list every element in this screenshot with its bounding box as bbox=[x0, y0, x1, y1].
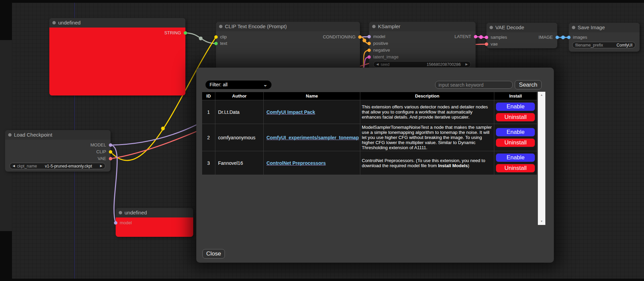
node-title-bar[interactable]: Load Checkpoint bbox=[5, 130, 111, 140]
prev-arrow-icon[interactable]: ◀ bbox=[13, 163, 15, 169]
output-dot-model[interactable] bbox=[109, 143, 112, 147]
uninstall-button[interactable]: Uninstall bbox=[496, 164, 535, 173]
extension-author: comfyanonymous bbox=[215, 124, 264, 151]
extension-id: 1 bbox=[202, 100, 215, 124]
node-clip-text-encode[interactable]: CLIP Text Encode (Prompt) clip text COND… bbox=[216, 22, 360, 73]
column-header-author: Author bbox=[215, 92, 264, 100]
widget-label: ckpt_name bbox=[17, 164, 37, 169]
widget-value: v1-5-pruned-emaonly.ckpt bbox=[39, 164, 98, 169]
extension-actions: EnableUninstall bbox=[494, 151, 537, 175]
node-collapse-dot-icon[interactable] bbox=[219, 25, 222, 28]
node-undefined-top[interactable]: undefined STRING bbox=[49, 18, 185, 95]
node-load-checkpoint[interactable]: Load Checkpoint MODEL CLIP VAE ◀ ckpt_na… bbox=[5, 130, 111, 172]
node-title-bar[interactable]: KSampler bbox=[369, 22, 476, 31]
input-dot-latent-image[interactable] bbox=[367, 55, 371, 59]
search-input[interactable] bbox=[435, 81, 513, 89]
enable-button[interactable]: Enable bbox=[496, 153, 535, 162]
extension-name: ControlNet Preprocessors bbox=[264, 151, 360, 175]
output-dot-latent[interactable] bbox=[474, 35, 477, 38]
output-label: IMAGE bbox=[539, 34, 553, 40]
increment-arrow-icon[interactable]: ▶ bbox=[465, 61, 468, 68]
input-dot-text[interactable] bbox=[214, 42, 218, 45]
wire-dot-latent bbox=[479, 35, 483, 39]
output-dot-conditioning[interactable] bbox=[358, 35, 362, 39]
comfyui-canvas[interactable]: undefined STRING CLIP Text Encode (Promp… bbox=[0, 0, 644, 281]
node-save-image[interactable]: Save Image images filename_prefix ComfyU… bbox=[569, 23, 640, 52]
node-title-bar[interactable]: VAE Decode bbox=[486, 23, 557, 32]
output-label: MODEL bbox=[90, 142, 106, 148]
input-label: negative bbox=[373, 47, 390, 53]
input-label: text bbox=[220, 40, 227, 47]
filter-select-value: Filter: all bbox=[210, 82, 228, 87]
close-button[interactable]: Close bbox=[202, 249, 225, 259]
extension-link[interactable]: ComfyUI_experiments/sampler_tonemap bbox=[266, 135, 359, 140]
input-dot-model[interactable] bbox=[367, 35, 371, 38]
filename-prefix-widget[interactable]: filename_prefix ComfyUI bbox=[572, 42, 635, 48]
uninstall-button[interactable]: Uninstall bbox=[496, 113, 535, 122]
output-dot-clip[interactable] bbox=[109, 150, 112, 154]
node-vae-decode[interactable]: VAE Decode samples vae IMAGE bbox=[486, 23, 557, 48]
extension-actions: EnableUninstall bbox=[494, 100, 537, 124]
input-dot-negative[interactable] bbox=[367, 49, 371, 52]
node-title-bar[interactable]: undefined bbox=[49, 18, 185, 28]
node-collapse-dot-icon[interactable] bbox=[119, 211, 122, 214]
widget-label: seed bbox=[381, 62, 390, 67]
ckpt-name-widget[interactable]: ◀ ckpt_name v1-5-pruned-emaonly.ckpt ▶ bbox=[10, 163, 105, 169]
extension-row: 3Fannovel16ControlNet PreprocessorsContr… bbox=[202, 151, 537, 175]
node-collapse-dot-icon[interactable] bbox=[490, 26, 493, 29]
custom-nodes-manager-dialog: Filter: all ⌄ Search IDAuthorNameDescrip… bbox=[196, 68, 554, 263]
input-dot-samples[interactable] bbox=[485, 36, 488, 39]
extension-description: ModelSamplerTonemapNoiseTest a node that… bbox=[360, 124, 494, 151]
input-dot-model[interactable] bbox=[114, 221, 117, 225]
node-undefined-bottom[interactable]: undefined model bbox=[116, 208, 193, 237]
input-label: positive bbox=[373, 40, 388, 47]
input-dot-clip[interactable] bbox=[214, 35, 218, 39]
extension-name: ComfyUI Impact Pack bbox=[264, 100, 360, 124]
extension-row: 2comfyanonymousComfyUI_experiments/sampl… bbox=[202, 124, 537, 151]
node-collapse-dot-icon[interactable] bbox=[8, 133, 12, 137]
scroll-up-icon[interactable]: ▲ bbox=[538, 92, 545, 98]
input-label: model bbox=[120, 220, 132, 226]
node-title-bar[interactable]: undefined bbox=[116, 208, 193, 217]
seed-widget[interactable]: ◀ seed 156680208700286 ▶ bbox=[373, 61, 471, 68]
filter-select[interactable]: Filter: all ⌄ bbox=[205, 81, 271, 89]
node-title: undefined bbox=[125, 208, 147, 217]
node-title: Load Checkpoint bbox=[14, 130, 52, 140]
uninstall-button[interactable]: Uninstall bbox=[496, 138, 535, 147]
node-collapse-dot-icon[interactable] bbox=[372, 25, 376, 28]
extension-name: ComfyUI_experiments/sampler_tonemap bbox=[264, 124, 360, 151]
widget-value: ComfyUI bbox=[616, 43, 632, 48]
output-label: LATENT bbox=[455, 34, 471, 40]
decrement-arrow-icon[interactable]: ◀ bbox=[376, 61, 379, 68]
input-dot-images[interactable] bbox=[567, 36, 571, 39]
output-label: VAE bbox=[98, 156, 106, 162]
extension-id: 2 bbox=[202, 124, 215, 151]
scroll-down-icon[interactable]: ▼ bbox=[538, 219, 545, 224]
node-title: VAE Decode bbox=[495, 23, 524, 32]
wire-dot-string bbox=[199, 37, 203, 40]
input-dot-vae[interactable] bbox=[485, 42, 488, 46]
column-header-description: Description bbox=[360, 92, 494, 100]
extension-link[interactable]: ControlNet Preprocessors bbox=[266, 160, 326, 166]
table-scrollbar[interactable]: ▲ ▼ bbox=[538, 92, 545, 225]
next-arrow-icon[interactable]: ▶ bbox=[100, 163, 102, 169]
column-header-install: Install bbox=[494, 92, 537, 100]
output-dot-image[interactable] bbox=[556, 36, 559, 39]
node-title-bar[interactable]: CLIP Text Encode (Prompt) bbox=[216, 22, 360, 31]
node-title-bar[interactable]: Save Image bbox=[569, 23, 640, 32]
column-header-id: ID bbox=[202, 92, 215, 100]
enable-button[interactable]: Enable bbox=[496, 102, 535, 111]
extension-actions: EnableUninstall bbox=[494, 124, 537, 151]
node-ksampler[interactable]: KSampler model positive negative latent_… bbox=[369, 22, 476, 70]
node-collapse-dot-icon[interactable] bbox=[572, 26, 575, 29]
output-dot-vae[interactable] bbox=[109, 157, 112, 160]
search-button[interactable]: Search bbox=[515, 80, 542, 89]
node-title: CLIP Text Encode (Prompt) bbox=[225, 22, 287, 31]
enable-button[interactable]: Enable bbox=[496, 128, 535, 137]
extension-link[interactable]: ComfyUI Impact Pack bbox=[266, 109, 315, 115]
extensions-table-container: IDAuthorNameDescriptionInstall 1Dr.Lt.Da… bbox=[202, 92, 545, 225]
output-dot-string[interactable] bbox=[184, 31, 187, 35]
node-title: KSampler bbox=[378, 22, 400, 31]
node-collapse-dot-icon[interactable] bbox=[52, 21, 56, 24]
input-dot-positive[interactable] bbox=[367, 42, 371, 45]
